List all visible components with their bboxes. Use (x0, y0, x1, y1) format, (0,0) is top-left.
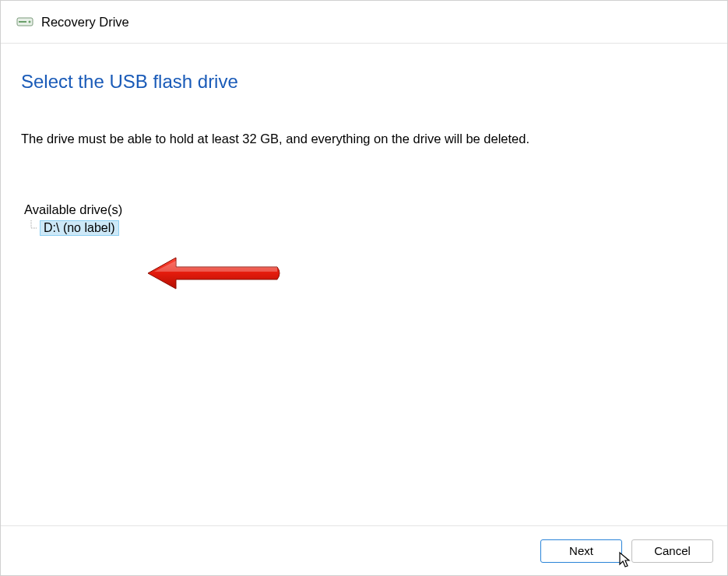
instruction-text: The drive must be able to hold at least … (21, 130, 707, 148)
svg-point-2 (29, 21, 31, 23)
tree-connector-icon (29, 220, 38, 236)
cancel-button[interactable]: Cancel (631, 539, 713, 563)
drive-item-selected[interactable]: D:\ (no label) (40, 220, 119, 236)
titlebar: Recovery Drive (1, 1, 727, 44)
page-heading: Select the USB flash drive (21, 71, 707, 93)
drive-icon (16, 16, 33, 27)
window-title: Recovery Drive (41, 15, 129, 30)
drive-tree-item[interactable]: D:\ (no label) (29, 220, 707, 236)
recovery-drive-wizard: Recovery Drive Select the USB flash driv… (0, 0, 728, 576)
svg-rect-1 (19, 21, 26, 23)
drive-tree: D:\ (no label) (29, 220, 707, 236)
annotation-arrow-icon (145, 256, 285, 293)
available-drives-label: Available drive(s) (24, 202, 707, 217)
content-area: Select the USB flash drive The drive mus… (1, 44, 727, 525)
dialog-footer: Next Cancel (1, 525, 727, 575)
next-button[interactable]: Next (540, 539, 622, 563)
